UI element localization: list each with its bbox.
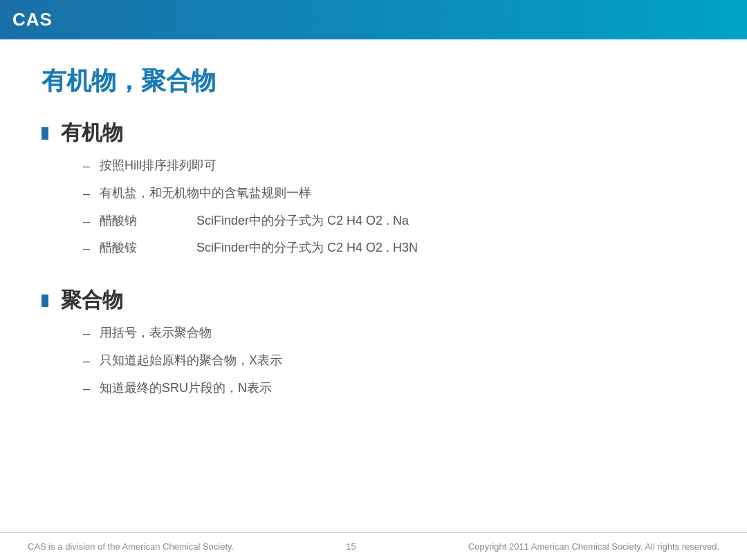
sub-item-text: 用括号，表示聚合物	[100, 323, 212, 343]
sub-item-text: 按照Hill排序排列即可	[100, 156, 216, 176]
list-item: – 有机盐，和无机物中的含氧盐规则一样	[83, 183, 706, 204]
formula-text: SciFinder中的分子式为 C2 H4 O2 . Na	[196, 211, 409, 231]
polymer-heading-text: 聚合物	[61, 286, 123, 315]
main-content: 有机物，聚合物 有机物 – 按照Hill排序排列即可 – 有机盐，和无机物中的含…	[0, 39, 747, 399]
dash-icon: –	[83, 238, 90, 259]
section-bullet-polymer	[42, 295, 48, 307]
dash-icon: –	[83, 183, 90, 204]
dash-icon: –	[83, 211, 90, 232]
section-bullet-organic	[42, 127, 48, 140]
formula-text: SciFinder中的分子式为 C2 H4 O2 . H3N	[196, 238, 418, 258]
organic-heading: 有机物	[42, 119, 706, 147]
dash-icon: –	[83, 156, 90, 176]
organic-sub-items: – 按照Hill排序排列即可 – 有机盐，和无机物中的含氧盐规则一样 – 醋酸钠…	[42, 156, 706, 259]
dash-icon: –	[83, 323, 90, 344]
page-title: 有机物，聚合物	[42, 64, 706, 98]
footer-left: CAS is a division of the American Chemic…	[28, 541, 234, 552]
sub-item-text: 知道最终的SRU片段的，N表示	[100, 378, 272, 398]
sub-item-wide: 醋酸铵 SciFinder中的分子式为 C2 H4 O2 . H3N	[100, 238, 418, 258]
polymer-section: 聚合物 – 用括号，表示聚合物 – 只知道起始原料的聚合物，X表示 – 知道最终…	[42, 286, 706, 398]
list-item: – 醋酸钠 SciFinder中的分子式为 C2 H4 O2 . Na	[83, 211, 706, 232]
list-item: – 知道最终的SRU片段的，N表示	[83, 378, 706, 399]
list-item: – 用括号，表示聚合物	[83, 323, 706, 344]
sub-item-text: 有机盐，和无机物中的含氧盐规则一样	[100, 183, 311, 203]
sub-item-text: 只知道起始原料的聚合物，X表示	[100, 351, 282, 371]
footer: CAS is a division of the American Chemic…	[0, 532, 747, 560]
sub-item-wide: 醋酸钠 SciFinder中的分子式为 C2 H4 O2 . Na	[100, 211, 409, 231]
footer-page: 15	[346, 541, 356, 552]
dash-icon: –	[83, 351, 90, 371]
list-item: – 只知道起始原料的聚合物，X表示	[83, 351, 706, 371]
footer-right: Copyright 2011 American Chemical Society…	[468, 541, 719, 552]
organic-section: 有机物 – 按照Hill排序排列即可 – 有机盐，和无机物中的含氧盐规则一样 –…	[42, 119, 706, 259]
polymer-sub-items: – 用括号，表示聚合物 – 只知道起始原料的聚合物，X表示 – 知道最终的SRU…	[42, 323, 706, 398]
header-bar: CAS	[0, 0, 747, 39]
polymer-heading: 聚合物	[42, 286, 706, 315]
cas-logo: CAS	[12, 9, 53, 30]
list-item: – 醋酸铵 SciFinder中的分子式为 C2 H4 O2 . H3N	[83, 238, 706, 259]
sub-label: 醋酸钠	[100, 211, 141, 231]
list-item: – 按照Hill排序排列即可	[83, 156, 706, 176]
organic-heading-text: 有机物	[61, 119, 123, 147]
dash-icon: –	[83, 378, 90, 399]
sub-label: 醋酸铵	[100, 238, 141, 258]
